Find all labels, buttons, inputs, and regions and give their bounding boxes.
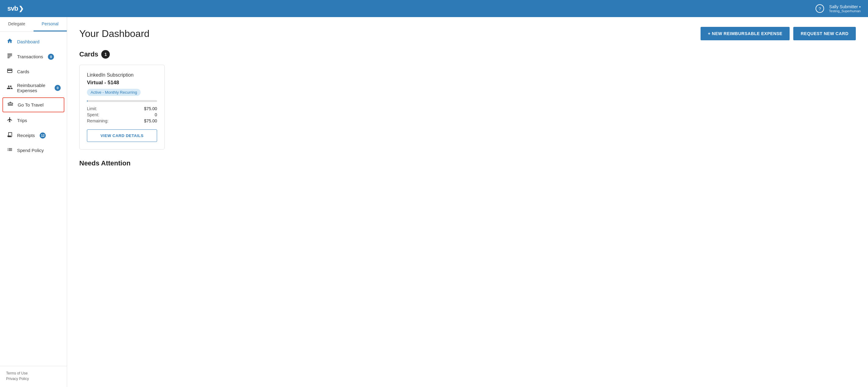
- travel-icon: [7, 101, 14, 109]
- user-subtitle: Testing_Superhuman: [829, 9, 861, 13]
- reimbursable-badge: 0: [55, 85, 61, 91]
- cards-section: Cards 1 LinkedIn Subscription Virtual - …: [79, 50, 856, 150]
- user-name: Sally Submitter ▾: [829, 4, 861, 9]
- help-icon[interactable]: ?: [815, 4, 824, 13]
- main-content: Your Dashboard + NEW REIMBURSABLE EXPENS…: [67, 17, 868, 387]
- sidebar-item-spendpolicy[interactable]: Spend Policy: [0, 143, 67, 158]
- trips-icon: [6, 117, 13, 124]
- card-status-badge: Active - Monthly Recurring: [87, 89, 141, 96]
- sidebar-label-travel: Go To Travel: [18, 102, 43, 108]
- sidebar-item-receipts[interactable]: Receipts 12: [0, 128, 67, 143]
- receipts-badge: 12: [40, 132, 46, 139]
- sidebar: Delegate Personal Dashboard Transactions…: [0, 17, 67, 387]
- sidebar-item-transactions[interactable]: Transactions 0: [0, 49, 67, 64]
- reimbursable-icon: [6, 84, 13, 92]
- sidebar-label-transactions: Transactions: [17, 54, 43, 59]
- logo-arrow-icon: ❯: [19, 5, 24, 12]
- needs-attention-title: Needs Attention: [79, 159, 856, 167]
- needs-attention-section: Needs Attention: [79, 159, 856, 167]
- home-icon: [6, 38, 13, 46]
- terms-link[interactable]: Terms of Use: [6, 371, 61, 376]
- view-card-details-button[interactable]: VIEW CARD DETAILS: [87, 129, 157, 142]
- svb-logo[interactable]: svb ❯: [7, 5, 24, 12]
- sidebar-label-dashboard: Dashboard: [17, 39, 39, 44]
- main-header: Your Dashboard + NEW REIMBURSABLE EXPENS…: [79, 27, 856, 40]
- cards-count-badge: 1: [101, 50, 110, 59]
- privacy-link[interactable]: Privacy Policy: [6, 377, 61, 381]
- sidebar-tabs: Delegate Personal: [0, 17, 67, 32]
- card-number: Virtual - 5148: [87, 80, 157, 86]
- receipts-icon: [6, 131, 13, 139]
- sidebar-label-spendpolicy: Spend Policy: [17, 148, 44, 153]
- user-menu[interactable]: Sally Submitter ▾ Testing_Superhuman: [829, 4, 861, 13]
- cards-icon: [6, 68, 13, 76]
- sidebar-item-trips[interactable]: Trips: [0, 113, 67, 128]
- transactions-badge: 0: [48, 54, 54, 60]
- card-item: LinkedIn Subscription Virtual - 5148 Act…: [79, 65, 165, 150]
- page-title: Your Dashboard: [79, 28, 150, 39]
- sidebar-label-reimbursable: Reimbursable Expenses: [17, 83, 50, 93]
- new-reimbursable-expense-button[interactable]: + NEW REIMBURSABLE EXPENSE: [701, 27, 789, 40]
- main-layout: Delegate Personal Dashboard Transactions…: [0, 17, 868, 387]
- cards-section-title: Cards 1: [79, 50, 856, 59]
- card-stats: Limit: $75.00 Spent: 0 Remaining: $75.00: [87, 106, 157, 123]
- spendpolicy-icon: [6, 147, 13, 154]
- request-new-card-button[interactable]: REQUEST NEW CARD: [793, 27, 856, 40]
- sidebar-item-reimbursable[interactable]: Reimbursable Expenses 0: [0, 79, 67, 97]
- card-stat-spent: Spent: 0: [87, 112, 157, 117]
- logo-text: svb: [7, 5, 18, 12]
- sidebar-label-receipts: Receipts: [17, 133, 35, 138]
- user-chevron-icon: ▾: [859, 5, 861, 8]
- sidebar-item-travel[interactable]: Go To Travel: [2, 97, 64, 112]
- sidebar-label-cards: Cards: [17, 69, 29, 74]
- sidebar-item-dashboard[interactable]: Dashboard: [0, 34, 67, 49]
- tab-personal[interactable]: Personal: [34, 17, 67, 31]
- top-navigation: svb ❯ ? Sally Submitter ▾ Testing_Superh…: [0, 0, 868, 17]
- tab-delegate[interactable]: Delegate: [0, 17, 34, 31]
- sidebar-nav: Dashboard Transactions 0 Cards Reimb: [0, 32, 67, 366]
- card-stat-limit: Limit: $75.00: [87, 106, 157, 111]
- card-name: LinkedIn Subscription: [87, 72, 157, 78]
- sidebar-item-cards[interactable]: Cards: [0, 64, 67, 79]
- card-progress-bar: [87, 100, 88, 102]
- sidebar-label-trips: Trips: [17, 118, 27, 123]
- top-nav-right: ? Sally Submitter ▾ Testing_Superhuman: [815, 4, 861, 13]
- card-stat-remaining: Remaining: $75.00: [87, 118, 157, 123]
- card-progress-bar-container: [87, 100, 157, 102]
- sidebar-footer: Terms of Use Privacy Policy: [0, 366, 67, 387]
- header-actions: + NEW REIMBURSABLE EXPENSE REQUEST NEW C…: [701, 27, 856, 40]
- transactions-icon: [6, 53, 13, 60]
